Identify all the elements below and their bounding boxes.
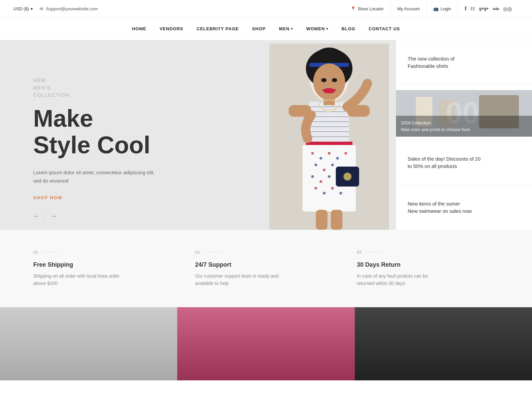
product-thumb-image-1 [0,307,177,380]
top-bar-left: USD ($) ▾ ✉ Support@yourwebsite.com [13,6,98,11]
nav-men-arrow: ▾ [291,27,293,31]
nav-blog[interactable]: BLOG [341,26,355,31]
mail-icon: ✉ [40,6,43,11]
hero-next-button[interactable]: → [51,213,57,220]
feature-line-2 [205,252,221,252]
svg-point-23 [320,157,322,160]
svg-point-24 [328,152,331,155]
hero-sidebar-image-title: 2018 Collection [401,120,527,126]
svg-point-29 [331,164,334,166]
googleplus-icon[interactable]: g+ [479,6,489,11]
svg-point-7 [321,78,327,82]
svg-point-28 [323,169,326,171]
nav-celebrity-page[interactable]: CELEBRITY PAGE [197,26,239,31]
features-section: 01 Free Shipping Shipping on all order w… [0,230,532,307]
feature-returns-title: 30 Days Return [357,261,499,268]
svg-point-32 [320,180,322,183]
feature-shipping: 01 Free Shipping Shipping on all order w… [33,250,175,287]
svg-point-31 [311,175,314,178]
hero-title: Make Style Cool [33,105,243,158]
main-nav: HOME VENDORS CELEBRITY PAGE SHOP MEN ▾ W… [0,18,532,40]
login-icon: 📺 [433,6,439,11]
svg-point-36 [315,187,317,190]
nav-women[interactable]: WOMEN ▾ [306,26,328,31]
nav-home[interactable]: HOME [132,26,146,31]
instagram-icon[interactable]: ◎ [503,6,512,12]
feature-returns: 03 30 Days Return In case of any fault p… [357,250,499,287]
svg-point-39 [339,192,342,195]
email-address: Support@yourwebsite.com [46,6,98,11]
hero-subtitle-line3: COLLECTION [33,91,243,99]
hero-sidebar-title-4: New items of the sumerNew swimwear on sa… [408,200,520,215]
svg-point-26 [344,152,347,155]
hero-section: NEW MEN'S COLLECTION Make Style Cool Lor… [0,40,532,230]
svg-point-6 [323,88,335,93]
hero-model-image [269,44,389,230]
nav-shop[interactable]: SHOP [252,26,266,31]
hero-title-line2: Style Cool [33,132,243,158]
hero-subtitle-line2: MEN'S [33,84,243,91]
feature-support: 02 24/7 Support Our customer support tea… [195,250,337,287]
feature-returns-desc: In case of any fault produts can be retu… [357,272,443,287]
currency-label: USD ($) [13,6,29,11]
hero-navigation: ← | → [33,213,57,220]
feature-line [43,252,60,252]
hero-prev-button[interactable]: ← [33,213,39,220]
svg-rect-45 [331,210,342,230]
nav-contact[interactable]: CONTACT US [369,26,400,31]
feature-shipping-desc: Shipping on all order with local Area or… [33,272,120,287]
nav-women-arrow: ▾ [326,27,328,31]
email-support: ✉ Support@yourwebsite.com [40,6,98,11]
hero-content: NEW MEN'S COLLECTION Make Style Cool Lor… [0,40,263,230]
feature-support-desc: Our customer support team is ready and a… [195,272,282,287]
feature-support-number: 02 [195,250,337,255]
store-locator-link[interactable]: 📍 Store Locator [344,0,390,18]
product-thumb-2[interactable] [177,307,354,380]
store-locator-label: Store Locator [358,6,384,11]
svg-point-22 [311,152,314,155]
linkedin-icon[interactable]: in [493,6,499,11]
top-bar-right: 📍 Store Locator My Account 📺 Login 𝕥 g+ … [344,0,519,18]
feature-line-3 [367,252,383,252]
hero-sidebar-title-1: The new collection ofFashionable shirts [408,55,520,70]
hero-description: Lorem ipsum dolor sit amet, consectetur … [33,168,160,185]
top-bar: USD ($) ▾ ✉ Support@yourwebsite.com 📍 St… [0,0,532,18]
hero-model-area [263,40,396,230]
svg-rect-44 [316,210,328,230]
feature-returns-number: 03 [357,250,499,255]
hero-sidebar: The new collection ofFashionable shirts … [396,40,532,230]
feature-shipping-number: 01 [33,250,175,255]
hero-sidebar-title-3: Sales of the day! Discounts of 20to 50% … [408,155,520,170]
login-label: Login [441,6,451,11]
facebook-icon[interactable] [465,6,466,12]
currency-selector[interactable]: USD ($) ▾ [13,6,33,11]
my-account-label: My Account [397,6,420,11]
product-thumb-image-3 [355,307,532,380]
hero-sidebar-image: 00 2018 Collection New color and prints … [396,90,532,137]
nav-women-label: WOMEN [306,26,325,31]
my-account-link[interactable]: My Account [390,0,426,18]
login-link[interactable]: 📺 Login [426,0,458,18]
hero-sidebar-item-4: New items of the sumerNew swimwear on sa… [396,185,532,230]
hero-title-line1: Make [33,105,243,132]
nav-men-label: MEN [279,26,290,31]
nav-men[interactable]: MEN ▾ [279,26,293,31]
svg-rect-17 [324,98,335,105]
hero-sidebar-image-overlay: 2018 Collection New color and prints to … [396,116,532,137]
svg-point-41 [343,173,351,181]
hero-cta-button[interactable]: SHOP NOW [33,195,243,200]
product-thumb-3[interactable] [355,307,532,380]
feature-support-title: 24/7 Support [195,261,337,268]
svg-point-33 [328,175,331,178]
hero-subtitle-line1: NEW [33,76,243,84]
product-thumb-1[interactable] [0,307,177,380]
hero-subtitle: NEW MEN'S COLLECTION [33,76,243,99]
hero-sidebar-image-subtitle: New color and prints to choose from [401,126,527,133]
pin-icon: 📍 [350,6,356,11]
svg-point-38 [331,187,334,190]
nav-vendors[interactable]: VENDORS [160,26,183,31]
twitter-icon[interactable]: 𝕥 [470,6,475,11]
svg-point-27 [315,164,317,166]
hero-nav-separator: | [44,213,46,219]
product-thumb-image-2 [177,307,354,380]
